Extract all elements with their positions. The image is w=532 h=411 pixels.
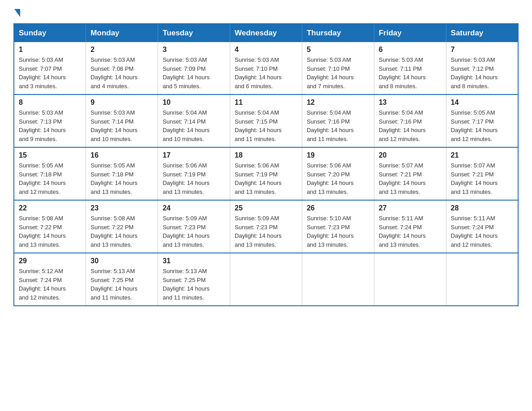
day-info: Sunrise: 5:03 AM Sunset: 7:09 PM Dayligh… [163,56,225,90]
day-info: Sunrise: 5:06 AM Sunset: 7:20 PM Dayligh… [307,161,369,196]
calendar-cell [302,253,374,306]
day-info: Sunrise: 5:03 AM Sunset: 7:14 PM Dayligh… [90,108,153,143]
day-number: 12 [307,98,369,107]
calendar-cell: 28 Sunrise: 5:11 AM Sunset: 7:24 PM Dayl… [446,200,518,253]
col-header-saturday: Saturday [446,24,518,42]
day-number: 27 [379,204,442,212]
day-info: Sunrise: 5:04 AM Sunset: 7:16 PM Dayligh… [307,108,369,143]
calendar-cell: 24 Sunrise: 5:09 AM Sunset: 7:23 PM Dayl… [158,200,230,253]
calendar-week-row: 22 Sunrise: 5:08 AM Sunset: 7:22 PM Dayl… [14,200,518,253]
logo-triangle-icon [14,9,20,17]
calendar-week-row: 15 Sunrise: 5:05 AM Sunset: 7:18 PM Dayl… [14,147,518,200]
calendar-cell: 10 Sunrise: 5:04 AM Sunset: 7:14 PM Dayl… [158,94,230,147]
day-number: 6 [379,46,442,54]
calendar-cell [446,253,518,306]
day-number: 21 [451,151,513,159]
day-info: Sunrise: 5:12 AM Sunset: 7:24 PM Dayligh… [19,267,81,302]
calendar-cell: 25 Sunrise: 5:09 AM Sunset: 7:23 PM Dayl… [230,200,302,253]
page-header [13,9,519,14]
calendar-cell: 15 Sunrise: 5:05 AM Sunset: 7:18 PM Dayl… [14,147,86,200]
day-number: 30 [90,257,153,265]
day-info: Sunrise: 5:11 AM Sunset: 7:24 PM Dayligh… [451,214,513,249]
day-info: Sunrise: 5:04 AM Sunset: 7:16 PM Dayligh… [379,108,442,143]
day-number: 11 [235,98,297,107]
calendar-cell: 6 Sunrise: 5:03 AM Sunset: 7:11 PM Dayli… [374,42,446,94]
day-info: Sunrise: 5:06 AM Sunset: 7:19 PM Dayligh… [163,161,225,196]
day-info: Sunrise: 5:13 AM Sunset: 7:25 PM Dayligh… [163,267,225,302]
day-info: Sunrise: 5:09 AM Sunset: 7:23 PM Dayligh… [235,214,297,249]
calendar-week-row: 29 Sunrise: 5:12 AM Sunset: 7:24 PM Dayl… [14,253,518,306]
calendar-cell: 22 Sunrise: 5:08 AM Sunset: 7:22 PM Dayl… [14,200,86,253]
calendar-cell: 16 Sunrise: 5:05 AM Sunset: 7:18 PM Dayl… [86,147,158,200]
calendar-cell: 7 Sunrise: 5:03 AM Sunset: 7:12 PM Dayli… [446,42,518,94]
day-number: 22 [19,204,81,212]
calendar-cell: 26 Sunrise: 5:10 AM Sunset: 7:23 PM Dayl… [302,200,374,253]
day-number: 19 [307,151,369,159]
day-info: Sunrise: 5:11 AM Sunset: 7:24 PM Dayligh… [379,214,442,249]
day-number: 14 [451,98,513,107]
calendar-cell [374,253,446,306]
day-info: Sunrise: 5:10 AM Sunset: 7:23 PM Dayligh… [307,214,369,249]
calendar-cell: 5 Sunrise: 5:03 AM Sunset: 7:10 PM Dayli… [302,42,374,94]
day-info: Sunrise: 5:03 AM Sunset: 7:12 PM Dayligh… [451,56,513,90]
day-info: Sunrise: 5:06 AM Sunset: 7:19 PM Dayligh… [235,161,297,196]
day-info: Sunrise: 5:08 AM Sunset: 7:22 PM Dayligh… [90,214,153,249]
day-number: 16 [90,151,153,159]
day-number: 8 [19,98,81,107]
day-info: Sunrise: 5:03 AM Sunset: 7:07 PM Dayligh… [19,56,81,90]
day-number: 3 [163,46,225,54]
day-number: 25 [235,204,297,212]
day-number: 24 [163,204,225,212]
calendar-week-row: 1 Sunrise: 5:03 AM Sunset: 7:07 PM Dayli… [14,42,518,94]
day-info: Sunrise: 5:03 AM Sunset: 7:08 PM Dayligh… [90,56,153,90]
col-header-sunday: Sunday [14,24,86,42]
day-info: Sunrise: 5:07 AM Sunset: 7:21 PM Dayligh… [451,161,513,196]
col-header-monday: Monday [86,24,158,42]
calendar-cell: 18 Sunrise: 5:06 AM Sunset: 7:19 PM Dayl… [230,147,302,200]
calendar-cell: 2 Sunrise: 5:03 AM Sunset: 7:08 PM Dayli… [86,42,158,94]
calendar-cell: 9 Sunrise: 5:03 AM Sunset: 7:14 PM Dayli… [86,94,158,147]
day-info: Sunrise: 5:03 AM Sunset: 7:10 PM Dayligh… [235,56,297,90]
day-number: 13 [379,98,442,107]
calendar-cell: 30 Sunrise: 5:13 AM Sunset: 7:25 PM Dayl… [86,253,158,306]
col-header-friday: Friday [374,24,446,42]
day-number: 20 [379,151,442,159]
calendar-cell: 13 Sunrise: 5:04 AM Sunset: 7:16 PM Dayl… [374,94,446,147]
day-info: Sunrise: 5:09 AM Sunset: 7:23 PM Dayligh… [163,214,225,249]
day-number: 9 [90,98,153,107]
calendar-cell: 3 Sunrise: 5:03 AM Sunset: 7:09 PM Dayli… [158,42,230,94]
calendar-cell: 27 Sunrise: 5:11 AM Sunset: 7:24 PM Dayl… [374,200,446,253]
day-number: 15 [19,151,81,159]
calendar-cell: 20 Sunrise: 5:07 AM Sunset: 7:21 PM Dayl… [374,147,446,200]
calendar-cell: 21 Sunrise: 5:07 AM Sunset: 7:21 PM Dayl… [446,147,518,200]
day-number: 18 [235,151,297,159]
day-number: 23 [90,204,153,212]
calendar-cell: 19 Sunrise: 5:06 AM Sunset: 7:20 PM Dayl… [302,147,374,200]
day-info: Sunrise: 5:13 AM Sunset: 7:25 PM Dayligh… [90,267,153,302]
day-info: Sunrise: 5:03 AM Sunset: 7:13 PM Dayligh… [19,108,81,143]
day-info: Sunrise: 5:08 AM Sunset: 7:22 PM Dayligh… [19,214,81,249]
day-info: Sunrise: 5:04 AM Sunset: 7:15 PM Dayligh… [235,108,297,143]
calendar-cell [230,253,302,306]
calendar-cell: 12 Sunrise: 5:04 AM Sunset: 7:16 PM Dayl… [302,94,374,147]
day-number: 10 [163,98,225,107]
day-info: Sunrise: 5:05 AM Sunset: 7:18 PM Dayligh… [90,161,153,196]
col-header-wednesday: Wednesday [230,24,302,42]
day-number: 1 [19,46,81,54]
day-number: 31 [163,257,225,265]
calendar-cell: 8 Sunrise: 5:03 AM Sunset: 7:13 PM Dayli… [14,94,86,147]
calendar-cell: 4 Sunrise: 5:03 AM Sunset: 7:10 PM Dayli… [230,42,302,94]
day-info: Sunrise: 5:05 AM Sunset: 7:18 PM Dayligh… [19,161,81,196]
calendar-cell: 14 Sunrise: 5:05 AM Sunset: 7:17 PM Dayl… [446,94,518,147]
day-number: 17 [163,151,225,159]
calendar-cell: 23 Sunrise: 5:08 AM Sunset: 7:22 PM Dayl… [86,200,158,253]
calendar-cell: 31 Sunrise: 5:13 AM Sunset: 7:25 PM Dayl… [158,253,230,306]
day-info: Sunrise: 5:05 AM Sunset: 7:17 PM Dayligh… [451,108,513,143]
day-number: 5 [307,46,369,54]
day-number: 2 [90,46,153,54]
calendar-cell: 17 Sunrise: 5:06 AM Sunset: 7:19 PM Dayl… [158,147,230,200]
day-number: 28 [451,204,513,212]
calendar-cell: 1 Sunrise: 5:03 AM Sunset: 7:07 PM Dayli… [14,42,86,94]
day-number: 4 [235,46,297,54]
day-number: 26 [307,204,369,212]
